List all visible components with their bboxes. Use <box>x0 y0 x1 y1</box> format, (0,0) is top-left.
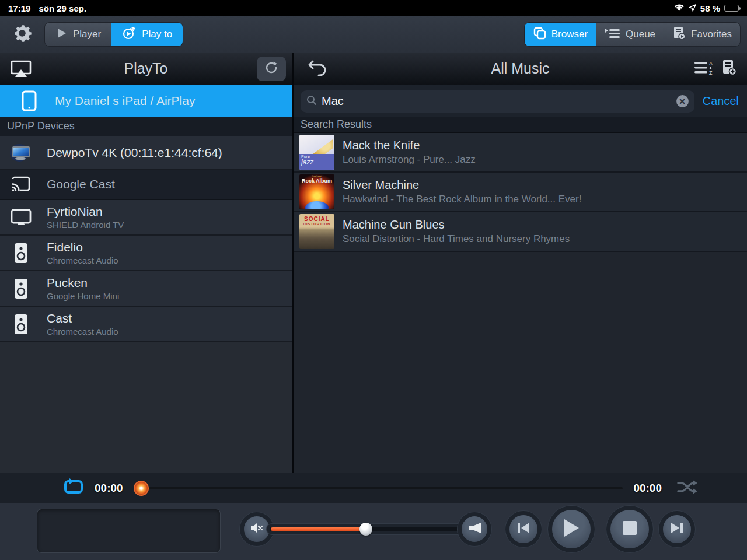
progress-bar[interactable] <box>134 481 623 496</box>
result-row[interactable]: SOCIAL DISTORTION Machine Gun Blues Soci… <box>294 212 747 252</box>
speaker-icon <box>8 278 34 300</box>
play-icon <box>563 518 580 540</box>
clear-search-icon[interactable]: ✕ <box>676 95 689 107</box>
device-type: Chromecast Audio <box>47 256 118 265</box>
next-icon <box>670 522 684 537</box>
battery-percent: 58 % <box>700 4 720 13</box>
favorites-icon <box>672 26 686 44</box>
back-button[interactable] <box>304 56 330 82</box>
svg-text:A: A <box>709 61 713 66</box>
stop-button[interactable] <box>610 510 649 548</box>
mute-button[interactable] <box>244 516 270 542</box>
cancel-search-button[interactable]: Cancel <box>703 94 739 108</box>
previous-button[interactable] <box>509 515 537 543</box>
track-subtitle: Louis Armstrong - Pure... Jazz <box>343 154 476 166</box>
play-triangle-icon <box>55 27 67 42</box>
device-name: Cast <box>47 312 118 326</box>
search-input[interactable] <box>322 94 672 108</box>
result-row[interactable]: Purejazz Mack the Knife Louis Armstrong … <box>294 133 747 173</box>
toolbar: Player Play to Browser Queue Favorites <box>0 16 747 52</box>
device-row-selected[interactable]: My Daniel s iPad / AirPlay <box>0 85 292 117</box>
now-playing-placeholder <box>37 509 221 553</box>
playto-panel: PlayTo My Daniel s iPad / AirPlay UPnP D… <box>0 52 292 473</box>
remaining-time: 00:00 <box>633 482 662 495</box>
tab-playto[interactable]: Play to <box>111 23 183 46</box>
progress-thumb[interactable] <box>134 481 149 496</box>
playto-icon <box>122 26 136 43</box>
play-button[interactable] <box>552 510 591 548</box>
device-row-cast[interactable]: FyrtioNian SHIELD Android TV <box>0 200 292 236</box>
tab-playto-label: Play to <box>142 29 172 40</box>
album-art: the bestRock Album <box>299 174 334 209</box>
ipad-icon <box>16 90 42 111</box>
tab-favorites-label: Favorites <box>691 29 732 40</box>
refresh-devices-button[interactable] <box>257 57 286 81</box>
device-row-cast[interactable]: Cast Chromecast Audio <box>0 307 292 342</box>
album-art: Purejazz <box>299 135 334 170</box>
device-name: FyrtioNian <box>47 205 124 219</box>
device-name: Fidelio <box>47 240 118 254</box>
sort-az-icon: AZ <box>693 60 714 78</box>
browser-panel: All Music AZ ✕ Cancel Search <box>294 52 747 473</box>
elapsed-time: 00:00 <box>95 482 123 495</box>
settings-button[interactable] <box>7 22 37 47</box>
device-type: Chromecast Audio <box>47 327 118 337</box>
volume-slider[interactable] <box>270 527 466 531</box>
location-icon <box>689 4 696 13</box>
device-row-cast[interactable]: Pucken Google Home Mini <box>0 271 292 307</box>
mute-icon <box>250 522 264 537</box>
track-title: Silver Machine <box>343 178 581 192</box>
max-volume-button[interactable] <box>462 516 487 542</box>
track-title: Mack the Knife <box>343 139 476 152</box>
speaker-icon <box>8 313 34 335</box>
search-field[interactable]: ✕ <box>301 90 694 113</box>
result-row[interactable]: the bestRock Album Silver Machine Hawkwi… <box>294 173 747 212</box>
volume-thumb[interactable] <box>359 523 372 536</box>
tv-icon <box>8 143 34 163</box>
next-button[interactable] <box>663 515 691 543</box>
display-icon <box>8 208 34 227</box>
tab-player[interactable]: Player <box>45 23 111 46</box>
add-playlist-button[interactable] <box>717 56 742 82</box>
album-art: SOCIAL DISTORTION <box>299 214 334 249</box>
tab-favorites[interactable]: Favorites <box>664 23 740 46</box>
track-subtitle: Social Distortion - Hard Times and Nurse… <box>343 233 570 245</box>
repeat-button[interactable] <box>63 478 84 498</box>
playto-panel-title: PlayTo <box>0 60 292 77</box>
device-name: DewpoTv 4K (00:11:e1:44:cf:64) <box>47 146 222 160</box>
svg-text:Z: Z <box>709 70 713 76</box>
gear-icon <box>11 22 34 47</box>
device-row-cast[interactable]: Fidelio Chromecast Audio <box>0 236 292 271</box>
speaker-icon <box>8 242 34 264</box>
search-icon <box>306 95 317 108</box>
shuffle-button[interactable] <box>677 480 698 497</box>
repeat-icon <box>63 478 84 498</box>
browser-icon <box>533 26 547 43</box>
googlecast-section-header: Google Cast <box>0 170 292 200</box>
cast-icon <box>8 176 34 193</box>
stop-icon <box>622 520 638 538</box>
device-name: My Daniel s iPad / AirPlay <box>55 94 195 108</box>
sort-button[interactable]: AZ <box>691 56 717 82</box>
back-arrow-icon <box>307 59 327 79</box>
upnp-section-header: UPnP Devices <box>0 117 292 136</box>
device-type: Google Home Mini <box>47 291 119 301</box>
search-bar: ✕ Cancel <box>294 85 747 117</box>
device-row-upnp[interactable]: DewpoTv 4K (00:11:e1:44:cf:64) <box>0 136 292 170</box>
previous-icon <box>516 522 530 537</box>
tab-queue[interactable]: Queue <box>596 23 664 46</box>
control-bar <box>0 503 747 560</box>
progress-strip: 00:00 00:00 <box>0 473 747 503</box>
track-subtitle: Hawkwind - The Best Rock Album in the Wo… <box>343 194 581 205</box>
airplay-icon <box>8 56 34 82</box>
browser-panel-title: All Music <box>294 60 747 77</box>
track-title: Machine Gun Blues <box>343 218 570 232</box>
battery-icon <box>724 5 739 12</box>
tab-browser[interactable]: Browser <box>525 23 596 46</box>
queue-icon <box>605 26 621 43</box>
clock: 17:19 <box>8 4 30 13</box>
browse-segmented-control: Browser Queue Favorites <box>525 23 740 46</box>
volume-fill <box>271 527 365 531</box>
status-bar: 17:19 sön 29 sep. 58 % <box>0 0 747 16</box>
device-name: Pucken <box>47 276 119 290</box>
